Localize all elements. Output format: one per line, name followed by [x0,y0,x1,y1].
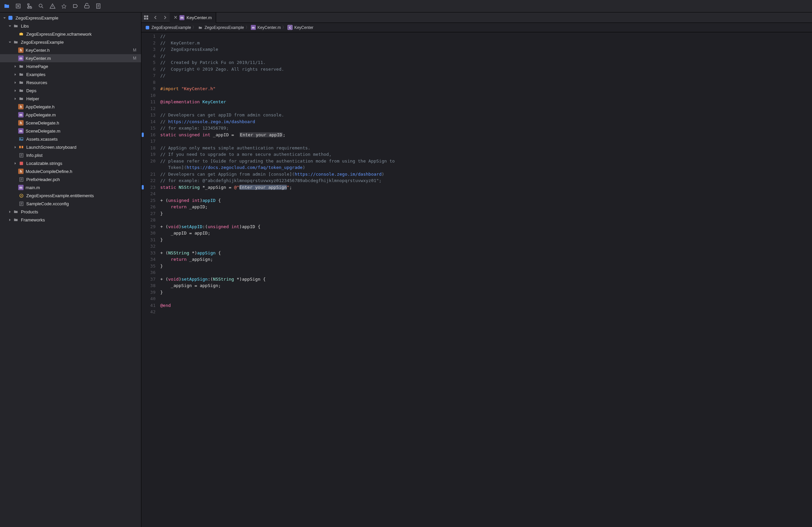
code-line[interactable]: 24 [141,190,812,197]
chevron-right-icon[interactable] [13,145,17,149]
breakpoints-icon[interactable] [72,3,79,10]
code-line[interactable]: 21// Developers can get AppSign from adm… [141,171,812,178]
code-line[interactable]: 6// Copyright © 2019 Zego. All rights re… [141,66,812,73]
code-line[interactable]: Token](https://docs.zegocloud.com/faq/to… [141,164,812,171]
nav-back-icon[interactable] [151,13,160,22]
code-line[interactable]: 22// for example: @"abcdefghijklmnopqrst… [141,177,812,184]
tree-row[interactable]: mSceneDelegate.m [0,127,141,135]
jumpbar-segment[interactable]: CKeyCenter [288,25,314,30]
code-line[interactable]: 37+ (void)setAppSign:(NSString *)appSign… [141,276,812,283]
tree-row[interactable]: hModuleCompileDefine.h [0,167,141,175]
tree-row[interactable]: Examples [0,70,141,78]
code-line[interactable]: 2// KeyCenter.m [141,40,812,46]
code-line[interactable]: 27} [141,210,812,217]
hierarchy-icon[interactable] [26,3,33,10]
code-line[interactable]: 19// If you need to upgrade to a more se… [141,151,812,158]
chevron-down-icon[interactable] [2,15,7,20]
chevron-down-icon[interactable] [8,24,12,28]
tree-row[interactable]: Frameworks [0,216,141,224]
close-tab-icon[interactable] [174,15,177,20]
chevron-right-icon[interactable] [13,64,17,69]
code-line[interactable]: 42 [141,309,812,315]
tree-row[interactable]: mmain.m [0,184,141,191]
code-line[interactable]: 28 [141,217,812,223]
code-line[interactable]: 8 [141,79,812,86]
chevron-down-icon[interactable] [8,40,12,44]
nav-forward-icon[interactable] [160,13,170,22]
code-line[interactable]: 13// Developers can get appID from admin… [141,112,812,118]
jumpbar-segment[interactable]: ZegoExpressExample [145,25,191,30]
jumpbar-segment[interactable]: mKeyCenter.m [251,25,281,30]
reports-icon[interactable] [84,3,90,10]
code-line[interactable]: 23static NSString *_appSign = @"Enter yo… [141,184,812,191]
chevron-right-icon[interactable] [13,96,17,101]
code-line[interactable]: 18// AppSign only meets simple authentic… [141,145,812,151]
code-line[interactable]: 3// ZegoExpressExample [141,46,812,53]
tree-row[interactable]: Info.plist [0,151,141,159]
code-line[interactable]: 4// [141,53,812,60]
code-line[interactable]: 38 _appSign = appSign; [141,282,812,289]
editor-tab[interactable]: m KeyCenter.m [170,13,216,23]
tree-row[interactable]: hKeyCenter.hM [0,46,141,54]
code-line[interactable]: 36 [141,269,812,276]
tree-row[interactable]: ZegoExpressExample [0,38,141,46]
tree-row[interactable]: ZegoExpressExample.entitlements [0,191,141,200]
chevron-right-icon[interactable] [13,80,17,85]
code-line[interactable]: 25+ (unsigned int)appID { [141,197,812,204]
code-line[interactable]: 1// [141,33,812,40]
code-line[interactable]: 10 [141,92,812,99]
code-line[interactable]: 11@implementation KeyCenter [141,99,812,105]
code-line[interactable]: 15// for example: 123456789; [141,125,812,132]
tree-row[interactable]: Libs [0,22,141,30]
tree-row[interactable]: Assets.xcassets [0,135,141,143]
project-navigator[interactable]: ZegoExpressExample LibsZegoExpressEngine… [0,13,141,527]
tree-row[interactable]: PrefixHeader.pch [0,175,141,184]
bookmark-icon[interactable] [61,3,67,10]
tree-row[interactable]: Resources [0,78,141,87]
issues-icon[interactable] [49,3,56,10]
tree-row[interactable]: hAppDelegate.h [0,103,141,111]
code-line[interactable]: 39} [141,289,812,296]
jump-bar[interactable]: ZegoExpressExample〉ZegoExpressExample〉mK… [141,23,812,32]
jumpbar-segment[interactable]: ZegoExpressExample [198,25,244,30]
code-line[interactable]: 30 _appID = appID; [141,230,812,237]
tree-row[interactable]: Products [0,208,141,216]
editor-grid-icon[interactable] [141,13,151,22]
tree-row[interactable]: mKeyCenter.mM [0,54,141,62]
chevron-right-icon[interactable] [8,217,12,222]
chevron-right-icon[interactable] [8,209,12,214]
tree-root[interactable]: ZegoExpressExample [0,14,141,22]
tree-row[interactable]: SampleCode.xcconfig [0,200,141,208]
code-line[interactable]: 29+ (void)setAppID:(unsigned int)appID { [141,223,812,230]
code-editor[interactable]: 1//2// KeyCenter.m3// ZegoExpressExample… [141,32,812,527]
chevron-right-icon[interactable] [13,88,17,93]
code-line[interactable]: 32 [141,243,812,250]
code-line[interactable]: 16static unsigned int _appID = Enter you… [141,132,812,138]
docs-icon[interactable] [95,3,102,10]
code-line[interactable]: 31} [141,237,812,243]
code-line[interactable]: 20// please refer to [Guide for upgradin… [141,158,812,164]
code-line[interactable]: 5// Created by Patrick Fu on 2019/11/11. [141,59,812,66]
tree-row[interactable]: ZegoExpressEngine.xcframework [0,30,141,38]
tree-row[interactable]: mAppDelegate.m [0,111,141,119]
code-line[interactable]: 9#import "KeyCenter.h" [141,86,812,92]
tree-row[interactable]: Deps [0,87,141,94]
chevron-right-icon[interactable] [13,161,17,165]
tree-row[interactable]: Localizable.strings [0,159,141,167]
code-line[interactable]: 34 return _appSign; [141,256,812,263]
code-line[interactable]: 33+ (NSString *)appSign { [141,250,812,257]
code-line[interactable]: 41@end [141,302,812,309]
code-line[interactable]: 40 [141,295,812,302]
chevron-right-icon[interactable] [13,72,17,77]
code-line[interactable]: 14// https://console.zego.im/dashboard [141,118,812,125]
tree-row[interactable]: HomePage [0,62,141,70]
code-line[interactable]: 26 return _appID; [141,204,812,210]
code-line[interactable]: 17 [141,138,812,145]
tree-row[interactable]: LaunchScreen.storyboard [0,143,141,151]
source-control-icon[interactable] [15,3,21,10]
code-line[interactable]: 7// [141,72,812,79]
search-icon[interactable] [38,3,44,10]
code-line[interactable]: 12 [141,105,812,112]
project-navigator-icon[interactable] [3,3,10,10]
code-line[interactable]: 35} [141,263,812,269]
